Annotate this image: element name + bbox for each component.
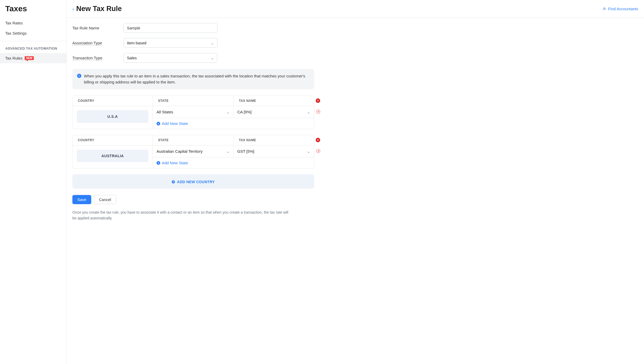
country-badge[interactable]: AUSTRALIA bbox=[77, 150, 148, 162]
new-badge: NEW bbox=[25, 56, 34, 60]
plus-circle-icon: + bbox=[172, 180, 175, 183]
header-tax: TAX NAME bbox=[234, 135, 314, 145]
delete-row-button[interactable]: ✕ bbox=[316, 149, 320, 153]
sidebar-item-tax-settings[interactable]: Tax Settings bbox=[0, 28, 66, 38]
country-body: AUSTRALIA ✕ Australian Capital Territory… bbox=[73, 145, 314, 168]
sidebar-item-label: Tax Rules bbox=[5, 56, 23, 60]
sidebar-item-tax-rules[interactable]: Tax Rules NEW bbox=[0, 53, 66, 63]
form-row-assoc: Association Type Item based ⌄ bbox=[72, 38, 433, 48]
association-type-select[interactable]: Item based ⌄ bbox=[124, 38, 217, 48]
tax-select[interactable]: CA [9%] ⌄ bbox=[237, 109, 310, 115]
add-state-label: Add New State bbox=[162, 161, 188, 165]
state-cell: All States ⌄ bbox=[153, 106, 234, 118]
assoc-value: Item based bbox=[127, 41, 146, 45]
page-title: New Tax Rule bbox=[76, 5, 122, 13]
country-header: COUNTRY STATE TAX NAME bbox=[73, 96, 314, 106]
country-cell: AUSTRALIA bbox=[73, 145, 153, 168]
header-country: COUNTRY bbox=[73, 135, 153, 145]
state-value: Australian Capital Territory bbox=[157, 149, 203, 154]
add-country-label: ADD NEW COUNTRY bbox=[177, 180, 215, 184]
rows-col: ✕ Australian Capital Territory ⌄ GST [5%… bbox=[153, 145, 314, 168]
sidebar-title: Taxes bbox=[0, 0, 66, 18]
button-row: Save Cancel bbox=[72, 195, 433, 204]
trans-label: Transaction Type bbox=[72, 56, 102, 60]
rows-col: ✕ All States ⌄ CA [9%] ⌄ bbox=[153, 106, 314, 129]
header-tax: TAX NAME bbox=[234, 96, 314, 106]
assoc-label: Association Type bbox=[72, 41, 102, 45]
content: Tax Rule Name Association Type Item base… bbox=[67, 18, 439, 231]
delete-country-button[interactable]: ✕ bbox=[316, 138, 320, 142]
add-state-label: Add New State bbox=[162, 121, 188, 126]
state-row: ✕ Australian Capital Territory ⌄ GST [5%… bbox=[153, 145, 314, 157]
tax-rule-name-input[interactable] bbox=[124, 23, 217, 33]
cancel-button[interactable]: Cancel bbox=[94, 195, 116, 204]
state-select[interactable]: All States ⌄ bbox=[157, 109, 230, 115]
country-block: ✕ COUNTRY STATE TAX NAME U.S.A ✕ All Sta… bbox=[72, 96, 314, 129]
tax-select[interactable]: GST [5%] ⌄ bbox=[237, 149, 310, 154]
country-header: COUNTRY STATE TAX NAME bbox=[73, 135, 314, 145]
save-button[interactable]: Save bbox=[72, 195, 91, 204]
tax-value: GST [5%] bbox=[237, 149, 254, 154]
chevron-down-icon: ⌄ bbox=[307, 149, 310, 154]
info-box: i When you apply this tax rule to an ite… bbox=[72, 69, 314, 89]
country-body: U.S.A ✕ All States ⌄ CA [9% bbox=[73, 106, 314, 129]
header-state: STATE bbox=[153, 96, 234, 106]
chevron-down-icon: ⌄ bbox=[227, 110, 230, 114]
form-row-trans: Transaction Type Sales ⌄ bbox=[72, 53, 433, 63]
sidebar-item-tax-rates[interactable]: Tax Rates bbox=[0, 18, 66, 28]
find-accountants-link[interactable]: Find Accountants bbox=[603, 7, 638, 11]
chevron-down-icon: ⌄ bbox=[211, 56, 214, 60]
delete-country-button[interactable]: ✕ bbox=[316, 98, 320, 103]
country-cell: U.S.A bbox=[73, 106, 153, 129]
info-icon: i bbox=[77, 74, 81, 78]
header-state: STATE bbox=[153, 135, 234, 145]
chevron-down-icon: ⌄ bbox=[211, 41, 214, 45]
plus-circle-icon: + bbox=[157, 122, 160, 125]
info-text: When you apply this tax rule to an item … bbox=[84, 73, 309, 85]
footnote: Once you create the tax rule, you have t… bbox=[72, 209, 290, 221]
state-cell: Australian Capital Territory ⌄ bbox=[153, 145, 234, 157]
header-left: ‹ New Tax Rule bbox=[72, 5, 122, 13]
plus-circle-icon: + bbox=[157, 161, 160, 165]
main: ‹ New Tax Rule Find Accountants Tax Rule… bbox=[67, 0, 644, 364]
sidebar-item-label: Tax Settings bbox=[5, 31, 27, 35]
person-icon bbox=[603, 7, 607, 11]
back-icon[interactable]: ‹ bbox=[72, 6, 74, 12]
tax-cell: GST [5%] ⌄ bbox=[234, 145, 314, 157]
header-country: COUNTRY bbox=[73, 96, 153, 106]
header: ‹ New Tax Rule Find Accountants bbox=[67, 0, 644, 18]
state-row: ✕ All States ⌄ CA [9%] ⌄ bbox=[153, 106, 314, 118]
sidebar-item-label: Tax Rates bbox=[5, 21, 23, 25]
sidebar: Taxes Tax Rates Tax Settings ADVANCED TA… bbox=[0, 0, 67, 364]
delete-row-button[interactable]: ✕ bbox=[316, 110, 320, 114]
find-accountants-label: Find Accountants bbox=[608, 7, 638, 11]
sidebar-section-header: ADVANCED TAX AUTOMATION bbox=[0, 41, 66, 53]
svg-point-0 bbox=[604, 7, 605, 9]
add-country-button[interactable]: + ADD NEW COUNTRY bbox=[72, 174, 314, 189]
trans-value: Sales bbox=[127, 56, 137, 60]
transaction-type-select[interactable]: Sales ⌄ bbox=[124, 53, 217, 63]
add-state-button[interactable]: + Add New State bbox=[153, 157, 314, 168]
chevron-down-icon: ⌄ bbox=[227, 149, 230, 154]
state-value: All States bbox=[157, 110, 173, 114]
country-badge[interactable]: U.S.A bbox=[77, 110, 148, 123]
name-label: Tax Rule Name bbox=[72, 26, 124, 30]
chevron-down-icon: ⌄ bbox=[307, 110, 310, 114]
state-select[interactable]: Australian Capital Territory ⌄ bbox=[157, 149, 230, 154]
form-row-name: Tax Rule Name bbox=[72, 23, 433, 33]
tax-value: CA [9%] bbox=[237, 110, 251, 114]
add-state-button[interactable]: + Add New State bbox=[153, 118, 314, 129]
country-block: ✕ COUNTRY STATE TAX NAME AUSTRALIA ✕ Aus… bbox=[72, 135, 314, 168]
tax-cell: CA [9%] ⌄ bbox=[234, 106, 314, 118]
